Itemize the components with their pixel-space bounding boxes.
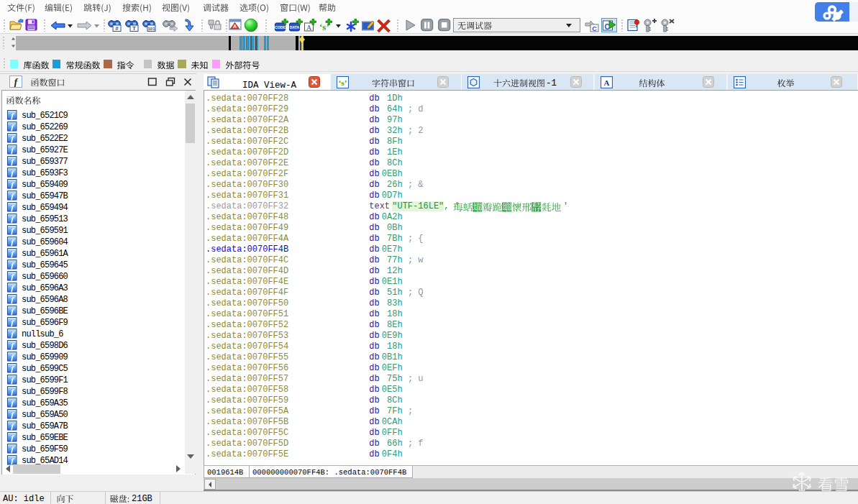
svg-text:A: A [306, 24, 312, 32]
svg-text:A: A [604, 78, 610, 87]
svg-text:C: C [604, 23, 609, 31]
svg-text:T: T [132, 25, 136, 32]
svg-text:A: A [233, 24, 237, 29]
svg-text:‘s’: ‘s’ [339, 78, 347, 87]
svg-text:#: # [115, 25, 119, 32]
svg-text:DATA: DATA [290, 25, 300, 29]
svg-text:101: 101 [147, 27, 155, 31]
svg-text:C: C [592, 25, 597, 32]
svg-text:CODE: CODE [275, 25, 286, 29]
